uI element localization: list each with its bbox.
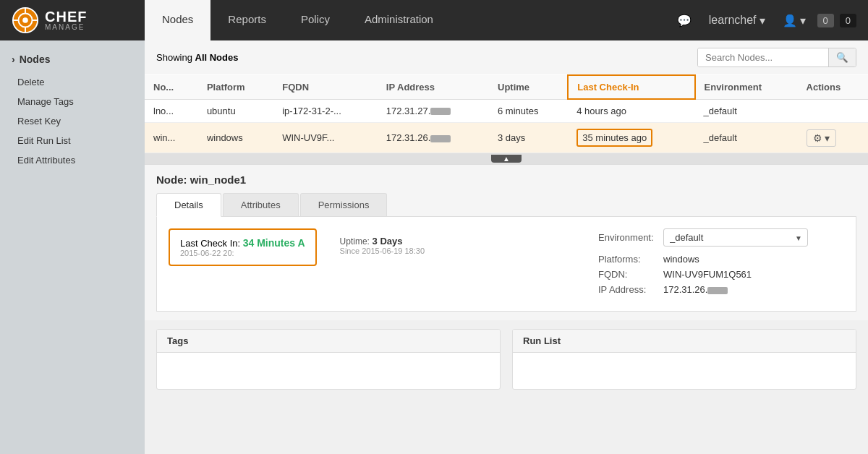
tab-nodes[interactable]: Nodes [145, 0, 210, 40]
tab-attributes[interactable]: Attributes [223, 193, 299, 216]
gear-button[interactable]: ⚙ ▾ [807, 129, 837, 147]
uptime-row: Uptime: 3 Days [340, 236, 425, 247]
detail-left: Last Check In: 34 Minutes A 2015-06-22 2… [169, 228, 587, 299]
showing-label: Showing All Nodes [156, 52, 238, 63]
search-input[interactable] [698, 48, 828, 67]
ip-label: IP Address: [598, 284, 663, 295]
logo-manage-label: MANAGE [45, 24, 87, 31]
cell-env-1: _default [695, 99, 798, 123]
node-list-area: Showing All Nodes 🔍 No... Platform FQDN [145, 40, 868, 153]
person-icon: 👤 [783, 14, 797, 27]
sidebar-item-delete[interactable]: Delete [0, 72, 145, 92]
uptime-value: 3 Days [373, 236, 403, 247]
col-environment: Environment [695, 75, 798, 99]
sidebar-item-edit-run-list[interactable]: Edit Run List [0, 131, 145, 150]
tab-details[interactable]: Details [156, 193, 221, 217]
chef-logo-icon [12, 7, 39, 34]
cell-actions-2[interactable]: ⚙ ▾ [798, 123, 868, 153]
sidebar-item-manage-tags[interactable]: Manage Tags [0, 92, 145, 111]
sidebar-item-edit-attributes[interactable]: Edit Attributes [0, 150, 145, 170]
tab-policy[interactable]: Policy [284, 0, 347, 40]
detail-tabs: Details Attributes Permissions [156, 193, 856, 217]
chevron-right-icon: › [12, 53, 15, 65]
detail-content: Last Check In: 34 Minutes A 2015-06-22 2… [156, 217, 856, 312]
runlist-panel: Run List [512, 329, 856, 390]
tags-panel-header: Tags [157, 330, 500, 353]
cell-uptime-2: 3 days [489, 123, 568, 153]
checkin-date: 2015-06-22 20: [180, 249, 305, 257]
node-title: Node: win_node1 [156, 174, 856, 186]
chat-button[interactable]: 💬 [671, 11, 697, 30]
node-detail-panel: Node: win_node1 Details Attributes Permi… [145, 164, 868, 320]
ip-value: 172.31.26. [663, 284, 728, 295]
cell-fqdn-2: WIN-UV9F... [273, 123, 378, 153]
search-icon: 🔍 [836, 52, 848, 63]
col-uptime: Uptime [489, 75, 568, 99]
uptime-card: Uptime: 3 Days Since 2015-06-19 18:30 [340, 228, 425, 262]
checkin-time: 34 Minutes A [243, 237, 305, 249]
showing-bold: All Nodes [195, 52, 239, 63]
environment-row: Environment: _default [598, 228, 844, 247]
col-ip: IP Address [378, 75, 489, 99]
cell-ip-1: 172.31.27. [378, 99, 489, 123]
search-box: 🔍 [697, 48, 856, 67]
person-icon-button[interactable]: 👤 ▾ [777, 11, 812, 30]
cell-uptime-1: 6 minutes [489, 99, 568, 123]
content-area: Showing All Nodes 🔍 No... Platform FQDN [145, 40, 868, 454]
cell-platform-1: ubuntu [198, 99, 273, 123]
ip-mask-1 [430, 108, 451, 115]
showing-text: Showing [156, 52, 192, 63]
scroll-indicator[interactable]: ▲ [145, 153, 868, 164]
sidebar-item-reset-key[interactable]: Reset Key [0, 111, 145, 131]
fqdn-label: FQDN: [598, 269, 663, 280]
cell-env-2: _default [695, 123, 798, 153]
table-row[interactable]: win... windows WIN-UV9F... 172.31.26. 3 … [145, 123, 868, 153]
logo-chef-label: CHEF [45, 9, 87, 24]
cell-platform-2: windows [198, 123, 273, 153]
chevron-down-icon2: ▾ [800, 14, 806, 27]
sidebar-nodes-section[interactable]: › Nodes [0, 46, 145, 72]
sidebar: › Nodes Delete Manage Tags Reset Key Edi… [0, 40, 145, 454]
tab-reports[interactable]: Reports [210, 0, 284, 40]
nav-tabs: Nodes Reports Policy Administration [145, 0, 671, 40]
fqdn-value: WIN-UV9FUM1Q561 [663, 269, 752, 280]
badge-1[interactable]: 0 [817, 14, 834, 27]
svg-point-6 [22, 17, 28, 23]
ip-row: IP Address: 172.31.26. [598, 284, 844, 295]
scroll-up-icon: ▲ [491, 155, 522, 163]
badge-2[interactable]: 0 [840, 14, 856, 27]
user-button[interactable]: learnchef ▾ [703, 11, 771, 30]
checkin-label: Last Check In: 34 Minutes A [180, 237, 305, 249]
tab-permissions[interactable]: Permissions [300, 193, 388, 216]
search-button[interactable]: 🔍 [828, 48, 856, 67]
environment-select[interactable]: _default [663, 228, 808, 247]
uptime-label: Uptime: [340, 236, 370, 247]
tags-panel: Tags [156, 329, 501, 390]
list-header: Showing All Nodes 🔍 [145, 40, 868, 74]
col-fqdn: FQDN [273, 75, 378, 99]
ip-mask-2 [430, 135, 451, 142]
uptime-since: Since 2015-06-19 18:30 [340, 247, 425, 255]
sidebar-menu: Delete Manage Tags Reset Key Edit Run Li… [0, 72, 145, 170]
logo-area: CHEF MANAGE [0, 0, 145, 40]
cell-checkin-1: 4 hours ago [568, 99, 694, 123]
platform-value: windows [663, 254, 699, 265]
col-checkin: Last Check-In [568, 75, 694, 99]
logo-text: CHEF MANAGE [45, 9, 87, 31]
sidebar-nodes-label: Nodes [20, 53, 51, 65]
table-row[interactable]: lno... ubuntu ip-172-31-2-... 172.31.27.… [145, 99, 868, 123]
cell-fqdn-1: ip-172-31-2-... [273, 99, 378, 123]
col-actions: Actions [798, 75, 868, 99]
nav-right: 💬 learnchef ▾ 👤 ▾ 0 0 [671, 11, 868, 30]
fqdn-row: FQDN: WIN-UV9FUM1Q561 [598, 269, 844, 280]
chevron-down-icon: ▾ [760, 14, 765, 27]
cell-checkin-2: 35 minutes ago [568, 123, 694, 153]
tab-administration[interactable]: Administration [347, 0, 451, 40]
cell-actions-1 [798, 99, 868, 123]
runlist-panel-body [513, 353, 856, 389]
checkin-card: Last Check In: 34 Minutes A 2015-06-22 2… [169, 228, 317, 266]
table-header-row: No... Platform FQDN IP Address Uptime La… [145, 75, 868, 99]
chat-icon: 💬 [677, 14, 692, 27]
nodes-table: No... Platform FQDN IP Address Uptime La… [145, 74, 868, 153]
col-node: No... [145, 75, 198, 99]
